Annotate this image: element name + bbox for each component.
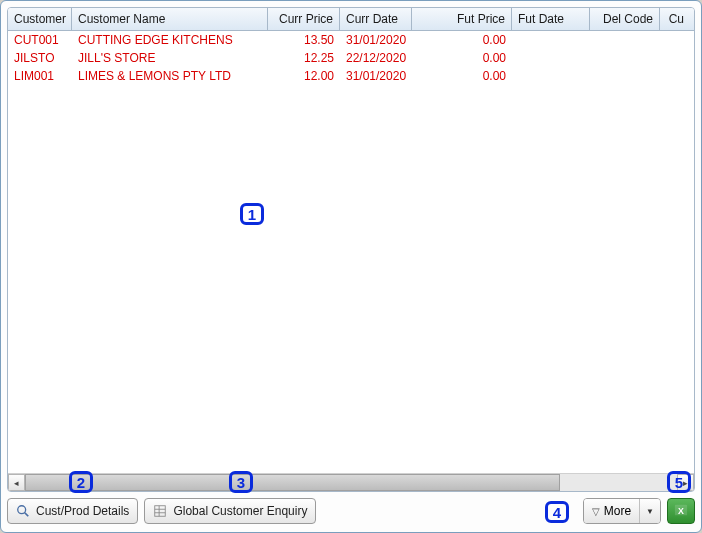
col-curr-date[interactable]: Curr Date	[340, 8, 412, 30]
col-del-code[interactable]: Del Code	[590, 8, 660, 30]
more-label: More	[604, 504, 631, 518]
cell-currdate: 31/01/2020	[340, 68, 412, 84]
svg-text:X: X	[678, 505, 684, 515]
cell-delcode	[590, 39, 660, 41]
table-row[interactable]: LIM001 LIMES & LEMONS PTY LTD 12.00 31/0…	[8, 67, 694, 85]
grid-body[interactable]: CUT001 CUTTING EDGE KITCHENS 13.50 31/01…	[8, 31, 694, 473]
cell-currdate: 22/12/2020	[340, 50, 412, 66]
chevron-down-icon: ▽	[592, 506, 600, 517]
cell-name: LIMES & LEMONS PTY LTD	[72, 68, 268, 84]
col-customer-name[interactable]: Customer Name	[72, 8, 268, 30]
global-customer-enquiry-button[interactable]: Global Customer Enquiry	[144, 498, 316, 524]
excel-icon: X	[674, 503, 688, 520]
more-dropdown[interactable]: ▽ More ▼	[583, 498, 661, 524]
magnifier-icon	[16, 504, 30, 518]
col-cu[interactable]: Cu	[660, 8, 690, 30]
cell-delcode	[590, 75, 660, 77]
grid-header: Customer Customer Name Curr Price Curr D…	[8, 8, 694, 31]
svg-rect-2	[155, 506, 166, 517]
col-customer[interactable]: Customer	[8, 8, 72, 30]
chevron-left-icon: ◂	[14, 478, 19, 488]
col-fut-price[interactable]: Fut Price	[412, 8, 512, 30]
global-enquiry-label: Global Customer Enquiry	[173, 504, 307, 518]
more-button[interactable]: ▽ More	[584, 499, 640, 523]
cell-name: CUTTING EDGE KITCHENS	[72, 32, 268, 48]
scroll-left-button[interactable]: ◂	[8, 474, 25, 491]
chevron-right-icon: ▸	[683, 478, 688, 488]
cust-prod-label: Cust/Prod Details	[36, 504, 129, 518]
cell-currprice: 12.25	[268, 50, 340, 66]
table-row[interactable]: CUT001 CUTTING EDGE KITCHENS 13.50 31/01…	[8, 31, 694, 49]
svg-point-0	[18, 506, 26, 514]
annotation-1: 1	[240, 203, 264, 225]
more-caret[interactable]: ▼	[640, 499, 660, 523]
export-excel-button[interactable]: X	[667, 498, 695, 524]
bottom-toolbar: Cust/Prod Details Global Customer Enquir…	[7, 496, 695, 526]
customer-price-window: Customer Customer Name Curr Price Curr D…	[0, 0, 702, 533]
cell-futprice: 0.00	[412, 32, 512, 48]
scroll-thumb[interactable]	[25, 474, 560, 491]
cell-currprice: 13.50	[268, 32, 340, 48]
grid: Customer Customer Name Curr Price Curr D…	[7, 7, 695, 492]
horizontal-scrollbar[interactable]: ◂ ▸	[8, 473, 694, 491]
cell-futdate	[512, 75, 590, 77]
cell-delcode	[590, 57, 660, 59]
svg-line-1	[25, 513, 29, 517]
col-fut-date[interactable]: Fut Date	[512, 8, 590, 30]
cust-prod-details-button[interactable]: Cust/Prod Details	[7, 498, 138, 524]
cell-futdate	[512, 39, 590, 41]
cell-currdate: 31/01/2020	[340, 32, 412, 48]
col-curr-price[interactable]: Curr Price	[268, 8, 340, 30]
scroll-right-button[interactable]: ▸	[677, 474, 694, 491]
scroll-track[interactable]	[25, 474, 677, 491]
cell-customer: LIM001	[8, 68, 72, 84]
grid-icon	[153, 504, 167, 518]
cell-customer: CUT001	[8, 32, 72, 48]
caret-down-icon: ▼	[646, 507, 654, 516]
table-row[interactable]: JILSTO JILL'S STORE 12.25 22/12/2020 0.0…	[8, 49, 694, 67]
cell-futprice: 0.00	[412, 68, 512, 84]
cell-currprice: 12.00	[268, 68, 340, 84]
cell-futdate	[512, 57, 590, 59]
cell-name: JILL'S STORE	[72, 50, 268, 66]
cell-customer: JILSTO	[8, 50, 72, 66]
cell-futprice: 0.00	[412, 50, 512, 66]
